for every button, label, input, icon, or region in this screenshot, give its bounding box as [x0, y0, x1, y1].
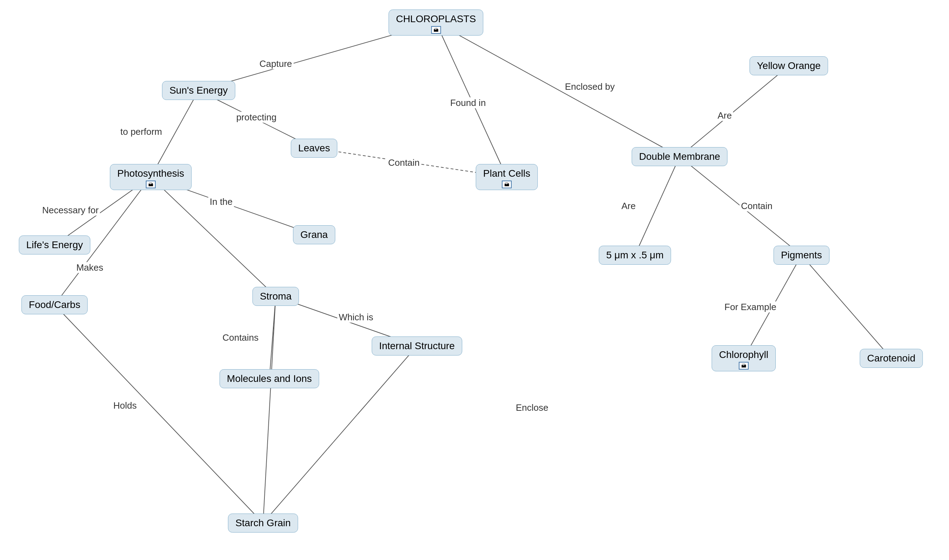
link-label-10: Contains: [221, 332, 260, 343]
link-label-0: Capture: [258, 58, 294, 69]
link-label-18: Are: [716, 110, 733, 121]
node-leaves[interactable]: Leaves: [291, 139, 337, 158]
node-plant_cells[interactable]: Plant Cells: [476, 164, 538, 190]
svg-line-2: [436, 23, 679, 157]
svg-line-12: [263, 296, 276, 523]
concept-map: CHLOROPLASTSSun's EnergyPhotosynthesisLi…: [0, 0, 949, 560]
link-label-5: Necessary for: [41, 205, 100, 216]
link-label-16: For Example: [723, 302, 778, 312]
svg-line-17: [801, 255, 891, 358]
node-carotenoid[interactable]: Carotenoid: [860, 349, 923, 368]
node-label-molecules_ions: Molecules and Ions: [227, 373, 312, 384]
node-label-pigments: Pigments: [781, 249, 822, 260]
link-label-11: Which is: [337, 312, 375, 323]
svg-line-16: [744, 255, 801, 358]
node-label-leaves: Leaves: [298, 143, 330, 154]
link-label-3: to perform: [119, 126, 164, 137]
node-image-icon-chlorophyll: [739, 362, 749, 369]
node-image-icon-photosynthesis: [146, 180, 156, 188]
link-label-4: protecting: [235, 112, 278, 123]
node-label-yellow_orange: Yellow Orange: [757, 60, 821, 71]
node-suns_energy[interactable]: Sun's Energy: [162, 81, 235, 100]
node-yellow_orange[interactable]: Yellow Orange: [749, 56, 828, 75]
node-label-grana: Grana: [300, 229, 328, 240]
link-label-7: In the: [208, 196, 234, 207]
node-pigments[interactable]: Pigments: [773, 246, 830, 265]
node-label-size: 5 μm x .5 μm: [606, 249, 664, 260]
node-stroma[interactable]: Stroma: [253, 287, 299, 306]
node-label-suns_energy: Sun's Energy: [169, 85, 228, 96]
link-label-14: Are: [620, 201, 637, 212]
node-image-icon-chloroplasts: [431, 26, 441, 34]
link-label-9: Holds: [112, 400, 138, 411]
svg-line-18: [679, 66, 789, 157]
node-size[interactable]: 5 μm x .5 μm: [599, 246, 671, 265]
svg-line-1: [436, 23, 507, 177]
node-chloroplasts[interactable]: CHLOROPLASTS: [388, 9, 483, 35]
node-grana[interactable]: Grana: [293, 225, 335, 244]
link-label-15: Contain: [739, 201, 774, 212]
node-double_membrane[interactable]: Double Membrane: [632, 147, 727, 166]
node-lifes_energy[interactable]: Life's Energy: [19, 235, 91, 254]
svg-line-14: [635, 157, 679, 255]
node-label-carotenoid: Carotenoid: [867, 353, 915, 364]
svg-line-15: [679, 157, 801, 255]
node-label-chloroplasts: CHLOROPLASTS: [396, 13, 476, 24]
link-label-6: Makes: [75, 262, 105, 273]
node-photosynthesis[interactable]: Photosynthesis: [110, 164, 191, 190]
node-label-internal_structure: Internal Structure: [379, 340, 455, 351]
link-label-2: Enclosed by: [564, 81, 616, 92]
link-label-12: Enclose: [515, 402, 550, 413]
node-label-food_carbs: Food/Carbs: [29, 299, 80, 310]
node-food_carbs[interactable]: Food/Carbs: [22, 295, 88, 314]
node-label-stroma: Stroma: [260, 291, 291, 302]
node-internal_structure[interactable]: Internal Structure: [372, 337, 462, 355]
node-label-photosynthesis: Photosynthesis: [117, 168, 184, 179]
node-molecules_ions[interactable]: Molecules and Ions: [219, 369, 319, 388]
node-label-chlorophyll: Chlorophyll: [719, 349, 768, 360]
node-chlorophyll[interactable]: Chlorophyll: [712, 345, 776, 371]
svg-line-9: [55, 305, 263, 523]
node-label-plant_cells: Plant Cells: [483, 168, 530, 179]
node-image-icon-plant_cells: [502, 180, 511, 188]
svg-line-10: [270, 296, 276, 379]
node-label-double_membrane: Double Membrane: [639, 151, 720, 162]
link-label-1: Found in: [448, 97, 487, 108]
node-label-starch_grain: Starch Grain: [235, 517, 291, 528]
node-starch_grain[interactable]: Starch Grain: [228, 514, 298, 532]
svg-line-8: [151, 177, 276, 296]
link-label-19: Contain: [387, 157, 421, 168]
node-label-lifes_energy: Life's Energy: [26, 239, 83, 250]
